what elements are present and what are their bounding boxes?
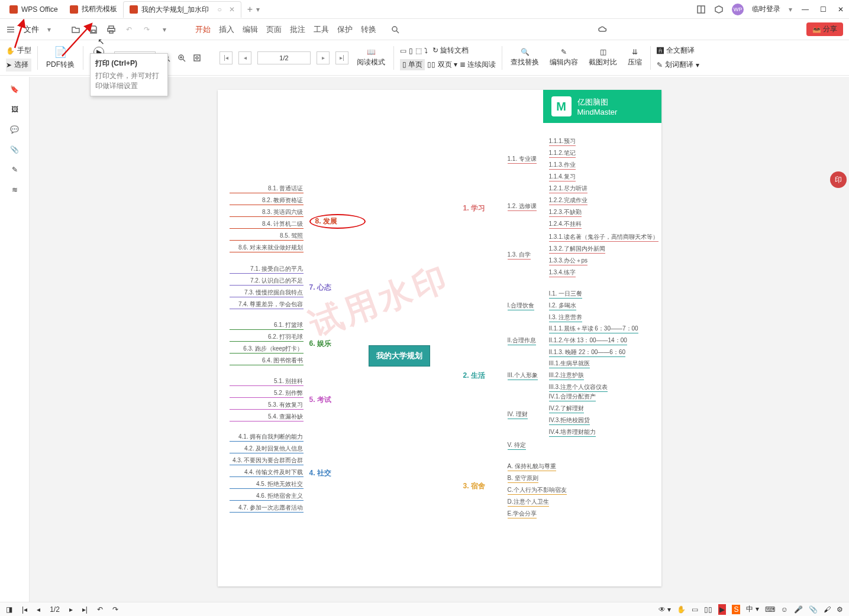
last-page-button[interactable]: ▸|	[335, 51, 348, 64]
sidebar-toggle-icon[interactable]: ◨	[6, 605, 12, 614]
mindmap-node: 1.3.4.练字	[549, 268, 576, 277]
first-page-status[interactable]: |◂	[22, 605, 27, 614]
paint-icon[interactable]: 🖌	[824, 605, 831, 614]
undo-icon[interactable]: ↶	[124, 25, 134, 34]
user-avatar[interactable]: WP	[732, 4, 744, 15]
open-icon[interactable]	[71, 25, 80, 34]
rotate-button[interactable]: ↻ 旋转文档	[432, 46, 469, 56]
fit-page-icon[interactable]: ▯	[409, 47, 413, 55]
menu-tools[interactable]: 工具	[314, 24, 329, 35]
pagebreak-icon[interactable]: ⤵	[424, 47, 428, 55]
maximize-icon[interactable]: ☐	[818, 5, 828, 14]
prev-page-status[interactable]: ◂	[37, 605, 40, 614]
edit-content[interactable]: ✎编辑内容	[547, 48, 580, 67]
smiley-icon[interactable]: ☺	[781, 605, 788, 614]
print-icon[interactable]	[106, 25, 116, 34]
tab-templates[interactable]: 找稻壳模板	[64, 1, 123, 18]
tab-pin-icon[interactable]: ○	[217, 5, 221, 14]
mindmap-node: 1.1.1.预习	[549, 137, 576, 146]
share-button[interactable]: 📤 分享	[806, 22, 843, 36]
view-double-icon[interactable]: ▯▯	[704, 605, 712, 614]
rotate-left-status[interactable]: ↶	[97, 605, 103, 614]
menu-convert[interactable]: 转换	[361, 24, 376, 35]
tab-document[interactable]: 我的大学规划_加水印 ○ ✕	[123, 1, 241, 18]
keyboard-icon[interactable]: ⌨	[765, 605, 775, 614]
continuous-button[interactable]: ≣ 连续阅读	[460, 60, 496, 70]
rec-icon[interactable]: ▶	[718, 604, 726, 615]
page-input[interactable]	[257, 51, 311, 64]
view-single-icon[interactable]: ▭	[692, 605, 698, 614]
cube-icon[interactable]	[714, 5, 724, 14]
minimize-icon[interactable]: —	[800, 5, 810, 14]
mic-icon[interactable]: 🎤	[794, 605, 803, 614]
tab-close-icon[interactable]: ✕	[229, 5, 235, 14]
prev-page-button[interactable]: ◂	[238, 51, 251, 64]
bookmark-icon[interactable]: 🔖	[10, 85, 19, 93]
layers-icon[interactable]: ≋	[12, 186, 18, 194]
last-page-status[interactable]: ▸|	[82, 605, 88, 614]
menu-edit[interactable]: 编辑	[243, 24, 258, 35]
attachment-icon[interactable]: 📎	[10, 145, 19, 154]
pdf-convert[interactable]: 📄PDF转换	[44, 46, 77, 70]
lang-icon[interactable]: 中 ▾	[746, 604, 758, 614]
status-bar: ◨ |◂ ◂ 1/2 ▸ ▸| ↶ ↷ 👁 ▾ ✋ ▭ ▯▯ ▶ S 中 ▾ ⌨…	[0, 602, 849, 616]
gear-icon[interactable]: ⚙	[837, 605, 843, 614]
close-icon[interactable]: ✕	[836, 5, 845, 14]
eye-icon[interactable]: 👁 ▾	[658, 605, 671, 614]
menu-page[interactable]: 页面	[266, 24, 282, 35]
fit-icon[interactable]	[192, 53, 202, 63]
actual-size-icon[interactable]: ⬚	[415, 47, 422, 55]
tab-wps-office[interactable]: WPS Office	[4, 1, 64, 18]
double-page-button[interactable]: ▯▯ 双页 ▾	[427, 60, 457, 70]
reading-mode-toggle[interactable]: 📖阅读模式	[354, 48, 388, 67]
single-page-button[interactable]: ▯ 单页	[400, 59, 425, 70]
full-translate[interactable]: 🅰 全文翻译	[657, 44, 699, 57]
mindmap-node: 8.1. 普通话证	[230, 184, 304, 193]
zoom-in-icon[interactable]	[177, 53, 186, 63]
qat-dropdown-icon[interactable]: ▾	[160, 25, 169, 34]
hand-tool[interactable]: ✋ 手型	[6, 44, 31, 57]
word-translate[interactable]: ✎ 划词翻译 ▾	[657, 59, 699, 72]
layout-icon[interactable]	[696, 5, 706, 14]
mindmap-node: 1.3.1.读名著（鬼谷子，高情商聊天术等）	[549, 233, 658, 242]
screenshot-compare[interactable]: ◫截图对比	[586, 48, 619, 67]
tooltip-body: 打印文件，并可对打印做详细设置	[95, 71, 163, 91]
mindmap-node: 5.2. 别作弊	[230, 389, 304, 398]
tab-menu-icon[interactable]: ▾	[256, 5, 260, 14]
mindmap-node: 1.1.4.复习	[549, 173, 576, 181]
mindmap-node: 5.1. 别挂科	[230, 377, 304, 386]
compress[interactable]: ⇊压缩	[625, 48, 644, 67]
menu-start[interactable]: 开始	[195, 24, 211, 35]
first-page-button[interactable]: |◂	[219, 51, 233, 64]
comment-icon[interactable]: 💬	[10, 125, 19, 134]
search-icon[interactable]	[390, 25, 400, 34]
svg-marker-2	[715, 6, 722, 13]
pencil-icon[interactable]: ✎	[12, 166, 18, 174]
hamburger-icon[interactable]	[6, 25, 15, 34]
next-page-button[interactable]: ▸	[317, 51, 330, 64]
stamp-icon[interactable]: 印	[830, 171, 847, 188]
hand-status-icon[interactable]: ✋	[677, 605, 686, 614]
cloud-icon[interactable]	[598, 25, 608, 34]
fit-width-icon[interactable]: ▭	[400, 47, 406, 55]
login-label[interactable]: 临时登录	[752, 4, 780, 14]
select-tool[interactable]: ➤ 选择	[6, 59, 31, 72]
mindmap-node: 6. 娱乐	[309, 339, 366, 349]
file-menu[interactable]: 文件	[24, 24, 39, 35]
rotate-right-status[interactable]: ↷	[112, 605, 118, 614]
menu-annotate[interactable]: 批注	[290, 24, 305, 35]
svg-rect-9	[109, 31, 113, 33]
mindmap-node: E.学会分享	[508, 510, 537, 518]
clip-icon[interactable]: 📎	[809, 605, 818, 614]
menu-protect[interactable]: 保护	[337, 24, 353, 35]
next-page-status[interactable]: ▸	[69, 605, 73, 614]
svg-line-11	[396, 31, 399, 33]
document-canvas[interactable]: M 亿图脑图MindMaster 试用水印 我的大学规划 1. 学习1.1. 专…	[30, 77, 849, 602]
find-replace[interactable]: 🔍查找替换	[508, 48, 541, 67]
s-icon[interactable]: S	[732, 605, 740, 614]
thumbnail-icon[interactable]: 🖼	[11, 105, 18, 114]
new-tab-button[interactable]: +	[247, 4, 253, 15]
redo-icon[interactable]: ↷	[142, 25, 151, 34]
menu-insert[interactable]: 插入	[219, 24, 234, 35]
save-icon[interactable]	[89, 25, 98, 34]
